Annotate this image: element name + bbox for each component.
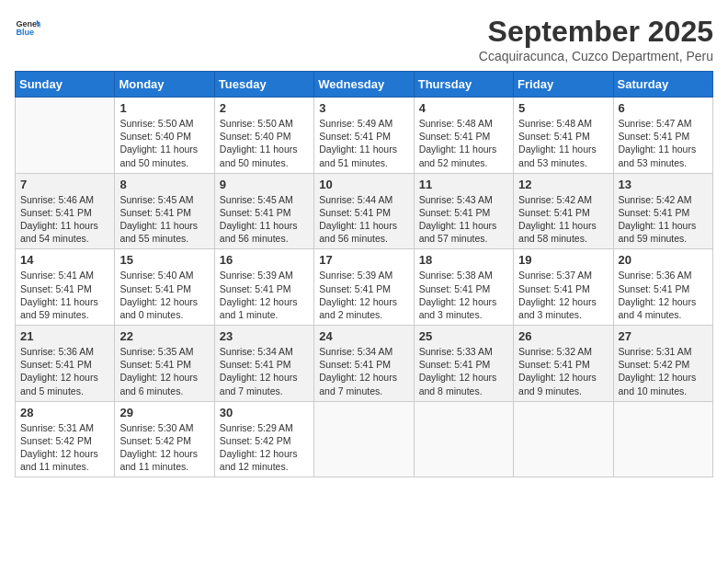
day-info: Sunrise: 5:38 AM Sunset: 5:41 PM Dayligh… (419, 269, 508, 321)
day-number: 4 (419, 101, 508, 115)
day-info: Sunrise: 5:33 AM Sunset: 5:41 PM Dayligh… (419, 345, 508, 397)
calendar-cell: 16Sunrise: 5:39 AM Sunset: 5:41 PM Dayli… (214, 249, 313, 326)
calendar-week-row: 28Sunrise: 5:31 AM Sunset: 5:42 PM Dayli… (16, 401, 713, 477)
calendar-cell (613, 401, 712, 477)
logo: General Blue (15, 15, 40, 40)
day-info: Sunrise: 5:34 AM Sunset: 5:41 PM Dayligh… (220, 345, 309, 397)
day-number: 30 (220, 406, 309, 419)
title-area: September 2025 Ccaquiracunca, Cuzco Depa… (479, 15, 713, 63)
calendar-cell (314, 401, 414, 477)
day-info: Sunrise: 5:42 AM Sunset: 5:41 PM Dayligh… (619, 193, 708, 246)
page-header: General Blue September 2025 Ccaquiracunc… (15, 15, 713, 63)
day-info: Sunrise: 5:40 AM Sunset: 5:41 PM Dayligh… (119, 269, 209, 321)
calendar-cell: 6Sunrise: 5:47 AM Sunset: 5:41 PM Daylig… (613, 98, 712, 174)
weekday-header-friday: Friday (514, 72, 613, 98)
day-info: Sunrise: 5:42 AM Sunset: 5:41 PM Dayligh… (518, 193, 608, 246)
calendar-cell: 9Sunrise: 5:45 AM Sunset: 5:41 PM Daylig… (214, 173, 313, 249)
day-number: 16 (220, 253, 309, 267)
day-number: 24 (319, 329, 408, 343)
day-info: Sunrise: 5:41 AM Sunset: 5:41 PM Dayligh… (20, 269, 109, 321)
day-number: 19 (518, 253, 608, 267)
weekday-header-row: SundayMondayTuesdayWednesdayThursdayFrid… (16, 72, 713, 98)
day-info: Sunrise: 5:29 AM Sunset: 5:42 PM Dayligh… (220, 421, 309, 474)
calendar-week-row: 7Sunrise: 5:46 AM Sunset: 5:41 PM Daylig… (16, 173, 713, 249)
weekday-header-sunday: Sunday (16, 72, 115, 98)
day-number: 29 (119, 406, 209, 419)
weekday-header-thursday: Thursday (414, 72, 513, 98)
calendar-cell: 20Sunrise: 5:36 AM Sunset: 5:41 PM Dayli… (613, 249, 712, 326)
day-info: Sunrise: 5:31 AM Sunset: 5:42 PM Dayligh… (20, 421, 109, 474)
day-number: 3 (319, 101, 408, 115)
calendar-week-row: 21Sunrise: 5:36 AM Sunset: 5:41 PM Dayli… (16, 326, 713, 402)
calendar-cell: 5Sunrise: 5:48 AM Sunset: 5:41 PM Daylig… (514, 98, 613, 174)
day-number: 7 (20, 178, 109, 191)
day-info: Sunrise: 5:31 AM Sunset: 5:42 PM Dayligh… (619, 345, 708, 397)
calendar-cell: 25Sunrise: 5:33 AM Sunset: 5:41 PM Dayli… (414, 326, 513, 402)
calendar-cell: 7Sunrise: 5:46 AM Sunset: 5:41 PM Daylig… (16, 173, 115, 249)
day-number: 6 (619, 101, 708, 115)
day-info: Sunrise: 5:45 AM Sunset: 5:41 PM Dayligh… (220, 193, 309, 246)
day-number: 11 (419, 178, 508, 191)
day-number: 26 (518, 329, 608, 343)
day-number: 2 (220, 101, 309, 115)
day-number: 9 (220, 178, 309, 191)
day-number: 21 (20, 329, 109, 343)
day-number: 15 (119, 253, 209, 267)
day-info: Sunrise: 5:48 AM Sunset: 5:41 PM Dayligh… (419, 117, 508, 169)
day-info: Sunrise: 5:35 AM Sunset: 5:41 PM Dayligh… (119, 345, 209, 397)
calendar-cell (414, 401, 513, 477)
calendar-cell: 13Sunrise: 5:42 AM Sunset: 5:41 PM Dayli… (613, 173, 712, 249)
calendar-cell: 1Sunrise: 5:50 AM Sunset: 5:40 PM Daylig… (115, 98, 214, 174)
calendar-cell: 18Sunrise: 5:38 AM Sunset: 5:41 PM Dayli… (414, 249, 513, 326)
day-info: Sunrise: 5:43 AM Sunset: 5:41 PM Dayligh… (419, 193, 508, 246)
calendar-cell: 29Sunrise: 5:30 AM Sunset: 5:42 PM Dayli… (115, 401, 214, 477)
calendar-cell (514, 401, 613, 477)
calendar-cell (16, 98, 115, 174)
day-number: 28 (20, 406, 109, 419)
calendar-cell: 30Sunrise: 5:29 AM Sunset: 5:42 PM Dayli… (214, 401, 313, 477)
day-info: Sunrise: 5:50 AM Sunset: 5:40 PM Dayligh… (119, 117, 209, 169)
day-info: Sunrise: 5:36 AM Sunset: 5:41 PM Dayligh… (20, 345, 109, 397)
day-info: Sunrise: 5:39 AM Sunset: 5:41 PM Dayligh… (220, 269, 309, 321)
day-number: 20 (619, 253, 708, 267)
day-number: 27 (619, 329, 708, 343)
day-number: 22 (119, 329, 209, 343)
day-number: 13 (619, 178, 708, 191)
weekday-header-tuesday: Tuesday (214, 72, 313, 98)
calendar-cell: 3Sunrise: 5:49 AM Sunset: 5:41 PM Daylig… (314, 98, 414, 174)
day-info: Sunrise: 5:46 AM Sunset: 5:41 PM Dayligh… (20, 193, 109, 246)
weekday-header-saturday: Saturday (613, 72, 712, 98)
calendar-week-row: 14Sunrise: 5:41 AM Sunset: 5:41 PM Dayli… (16, 249, 713, 326)
day-number: 18 (419, 253, 508, 267)
day-info: Sunrise: 5:30 AM Sunset: 5:42 PM Dayligh… (119, 421, 209, 474)
day-number: 17 (319, 253, 408, 267)
day-info: Sunrise: 5:44 AM Sunset: 5:41 PM Dayligh… (319, 193, 408, 246)
day-info: Sunrise: 5:47 AM Sunset: 5:41 PM Dayligh… (619, 117, 708, 169)
month-title: September 2025 (479, 15, 713, 49)
calendar-cell: 11Sunrise: 5:43 AM Sunset: 5:41 PM Dayli… (414, 173, 513, 249)
day-info: Sunrise: 5:39 AM Sunset: 5:41 PM Dayligh… (319, 269, 408, 321)
calendar-cell: 4Sunrise: 5:48 AM Sunset: 5:41 PM Daylig… (414, 98, 513, 174)
day-info: Sunrise: 5:48 AM Sunset: 5:41 PM Dayligh… (518, 117, 608, 169)
day-number: 23 (220, 329, 309, 343)
calendar-table: SundayMondayTuesdayWednesdayThursdayFrid… (15, 71, 713, 477)
calendar-week-row: 1Sunrise: 5:50 AM Sunset: 5:40 PM Daylig… (16, 98, 713, 174)
calendar-cell: 17Sunrise: 5:39 AM Sunset: 5:41 PM Dayli… (314, 249, 414, 326)
svg-text:Blue: Blue (16, 28, 34, 37)
calendar-body: 1Sunrise: 5:50 AM Sunset: 5:40 PM Daylig… (16, 98, 713, 477)
calendar-cell: 19Sunrise: 5:37 AM Sunset: 5:41 PM Dayli… (514, 249, 613, 326)
day-number: 5 (518, 101, 608, 115)
calendar-cell: 8Sunrise: 5:45 AM Sunset: 5:41 PM Daylig… (115, 173, 214, 249)
day-number: 1 (119, 101, 209, 115)
day-info: Sunrise: 5:36 AM Sunset: 5:41 PM Dayligh… (619, 269, 708, 321)
day-number: 10 (319, 178, 408, 191)
calendar-cell: 24Sunrise: 5:34 AM Sunset: 5:41 PM Dayli… (314, 326, 414, 402)
calendar-cell: 10Sunrise: 5:44 AM Sunset: 5:41 PM Dayli… (314, 173, 414, 249)
calendar-cell: 2Sunrise: 5:50 AM Sunset: 5:40 PM Daylig… (214, 98, 313, 174)
day-info: Sunrise: 5:37 AM Sunset: 5:41 PM Dayligh… (518, 269, 608, 321)
calendar-cell: 27Sunrise: 5:31 AM Sunset: 5:42 PM Dayli… (613, 326, 712, 402)
calendar-cell: 15Sunrise: 5:40 AM Sunset: 5:41 PM Dayli… (115, 249, 214, 326)
weekday-header-monday: Monday (115, 72, 214, 98)
calendar-cell: 23Sunrise: 5:34 AM Sunset: 5:41 PM Dayli… (214, 326, 313, 402)
logo-icon: General Blue (15, 15, 40, 40)
